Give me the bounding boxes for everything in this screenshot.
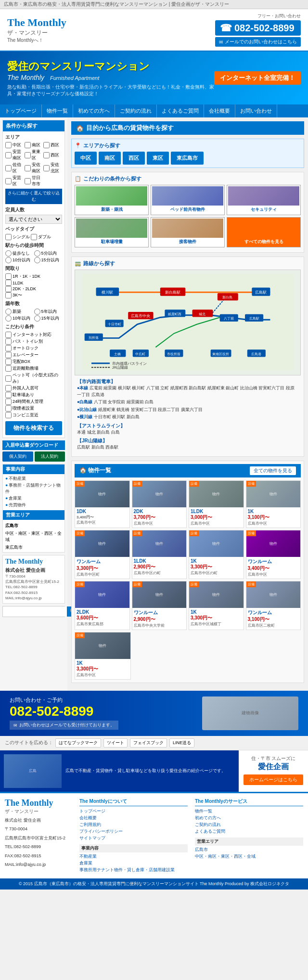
area-btn-chuo[interactable]: 中区 bbox=[75, 152, 97, 165]
footer-link-beginners[interactable]: 初めての方へ bbox=[195, 815, 303, 821]
feat-autolock[interactable]: オートロック bbox=[5, 345, 62, 351]
dl-personal-btn[interactable]: 個人契約 bbox=[2, 451, 33, 462]
share-twitter[interactable]: ツイート bbox=[103, 738, 128, 748]
prop-card-0[interactable]: 設備 物件 1DK 3,400円〜 広島市中区 bbox=[75, 480, 130, 528]
prop-card-11[interactable]: 設備 物件 ワンルーム 3,100円〜 広島市区二枚町 bbox=[246, 581, 301, 630]
feat-smoke[interactable]: 喫煙者設置 bbox=[5, 405, 62, 412]
area-cb-hatsukaichi[interactable]: 廿日市市 bbox=[25, 175, 43, 187]
feat-elevator[interactable]: エレベーター bbox=[5, 352, 62, 358]
prop-card-3[interactable]: 設備 物件 1K 3,100円〜 広島市中区 bbox=[246, 480, 301, 528]
footer-link-top[interactable]: トップページ bbox=[79, 808, 188, 814]
feat-convenience[interactable]: コンビニ至近 bbox=[5, 412, 62, 418]
prop-card-8[interactable]: 設備 物件 2LDK 3,600円〜 広島市東広島部 bbox=[75, 581, 130, 630]
all-properties-btn[interactable]: 全ての物件を見る bbox=[250, 466, 296, 475]
feat-delivery[interactable]: 宅配BOX bbox=[5, 359, 62, 365]
cond-service[interactable]: 接客物件 bbox=[151, 217, 225, 247]
cond-see-all[interactable]: すべての物件を見る bbox=[227, 217, 301, 247]
year-15[interactable]: 15年以内 bbox=[34, 315, 63, 322]
nav-contact[interactable]: お問い合わせ bbox=[235, 104, 277, 117]
feat-closework[interactable]: 近距離勤務場 bbox=[5, 365, 62, 372]
footer-link-faq[interactable]: よくあるご質問 bbox=[195, 828, 303, 835]
site-logo[interactable]: The Monthly bbox=[7, 16, 66, 29]
ninzu-select[interactable]: 選んでください bbox=[5, 215, 62, 224]
nav-faq[interactable]: よくあるご質問 bbox=[157, 104, 204, 117]
prop-card-9[interactable]: 設備 物件 ワンルーム 2,900円〜 広島市中央大学前 bbox=[132, 581, 187, 630]
area-cb-asakita[interactable]: 安佐北区 bbox=[43, 162, 62, 174]
nav-beginners[interactable]: 初めての方へ bbox=[73, 104, 115, 117]
promo-btn[interactable]: ホームページはこちら bbox=[244, 774, 303, 785]
area-btn-higashihiroshima[interactable]: 東広島市 bbox=[171, 152, 204, 165]
footer-link-sitemap[interactable]: サイトマップ bbox=[79, 835, 188, 841]
header-email[interactable]: ✉ メールでのお問い合わせはこちら bbox=[215, 37, 301, 47]
footer-link-props[interactable]: 物件一覧 bbox=[195, 808, 303, 814]
prop-info-1: 2DK 3,700円〜 広島市中区 bbox=[132, 507, 187, 528]
feat-parking[interactable]: 駐車場あり bbox=[5, 392, 62, 398]
cond-new[interactable]: 新築・築浅 bbox=[75, 185, 149, 215]
prop-card-12[interactable]: 設備 物件 1K 3,300円〜 広島市中区 bbox=[75, 632, 131, 680]
madori-2dk[interactable]: 2DK・2LDK bbox=[5, 286, 62, 292]
area-cb-minami[interactable]: 南区 bbox=[25, 142, 43, 148]
feat-internet[interactable]: インターネット対応 bbox=[5, 332, 62, 338]
madori-3k[interactable]: 3K〜 bbox=[5, 292, 62, 298]
prop-card-6[interactable]: 設備 物件 1K 3,300円〜 広島市中区の町 bbox=[189, 530, 244, 579]
bed-single[interactable]: シングル bbox=[5, 234, 30, 240]
year-new[interactable]: 新築 bbox=[5, 309, 34, 315]
footer-area-title: 営業エリア bbox=[195, 838, 303, 846]
dl-corporate-btn[interactable]: 法人契約 bbox=[35, 451, 65, 462]
cond-security[interactable]: セキュリティ bbox=[227, 185, 301, 215]
search-text-input[interactable] bbox=[3, 606, 67, 617]
area-btn-minami[interactable]: 南区 bbox=[99, 152, 121, 165]
cond-bed[interactable]: ベッド前共有物件 bbox=[151, 185, 225, 215]
prop-card-4[interactable]: 設備 物件 ワンルーム 3,300円〜 広島市中区町 bbox=[75, 530, 130, 579]
area-btn-nishi[interactable]: 西区 bbox=[123, 152, 145, 165]
feat-foreigner[interactable]: 外国人入居可 bbox=[5, 385, 62, 391]
area-cb-saeki[interactable]: 佐伯区 bbox=[5, 162, 24, 174]
area-detail-link[interactable]: さらに細かく選んで絞り込む bbox=[5, 189, 62, 204]
year-5[interactable]: 5年以内 bbox=[34, 309, 63, 315]
bed-double[interactable]: ダブル bbox=[31, 234, 51, 240]
prop-card-1[interactable]: 設備 物件 2DK 3,700円〜 広島市中区 bbox=[132, 480, 187, 528]
prop-card-5[interactable]: 設備 物件 1LDK 2,900円〜 広島市中区の町 bbox=[132, 530, 187, 579]
share-line[interactable]: LINE送る bbox=[169, 738, 194, 748]
year-10[interactable]: 10年以内 bbox=[5, 315, 34, 322]
promo-left: 広島 広島で不動産・賃貸物件・貸し駐車場などを取り扱う愛住企画の紹介ページです。 bbox=[0, 750, 239, 792]
area-cb-chuo[interactable]: 中区 bbox=[5, 142, 24, 148]
footer-link-terms[interactable]: ご利用規約 bbox=[79, 822, 188, 828]
nav-properties[interactable]: 物件一覧 bbox=[42, 104, 73, 117]
search-button[interactable]: 物件を検索する bbox=[5, 421, 62, 435]
area-cb-aki[interactable]: 安芸区 bbox=[5, 175, 24, 187]
footer-link-privacy[interactable]: プライバシーポリシー bbox=[79, 828, 188, 835]
cond-parking[interactable]: 駐車場増量 bbox=[75, 217, 149, 247]
feat-bathtoilet[interactable]: バス・トイレ別 bbox=[5, 338, 62, 345]
feat-pet[interactable]: ペット可（小型犬1匹のみ） bbox=[5, 372, 62, 385]
header-phone[interactable]: ☎ 082-502-8899 bbox=[215, 20, 301, 36]
phone-label: フリー・お問い合わせ bbox=[215, 13, 301, 19]
footer-link-company[interactable]: 会社概要 bbox=[79, 815, 188, 821]
walk-5min[interactable]: 5分以内 bbox=[34, 250, 63, 257]
prop-card-2[interactable]: 設備 物件 1LDK 3,000円〜 広島市中区 bbox=[189, 480, 244, 528]
area-btn-higashi[interactable]: 東区 bbox=[147, 152, 169, 165]
prop-card-7[interactable]: 設備 物件 ワンルーム 3,400円〜 広島市中区 bbox=[246, 530, 301, 579]
walk-none[interactable]: 徒歩なし bbox=[5, 250, 34, 257]
madori-1ldk[interactable]: 1LDK bbox=[5, 280, 62, 286]
walk-15min[interactable]: 15分以内 bbox=[34, 257, 63, 263]
prop-card-10[interactable]: 設備 物件 1K 3,300円〜 広島市中区城横丁 bbox=[189, 581, 244, 630]
route-hakushima-title: ●白島線 八丁堀 女学院前 縮景園前 白島 bbox=[77, 399, 298, 406]
nav-about[interactable]: 会社概要 bbox=[204, 104, 235, 117]
walk-10min[interactable]: 10分以内 bbox=[5, 257, 34, 263]
footer-link-contract[interactable]: ご契約の流れ bbox=[195, 822, 303, 828]
footer-business-1: 不動産業 bbox=[79, 853, 188, 860]
area-cb-higashi[interactable]: 東東区 bbox=[25, 149, 43, 161]
nav-contract[interactable]: ご契約の流れ bbox=[115, 104, 157, 117]
share-facebook[interactable]: フェイスブック bbox=[130, 738, 167, 748]
area-cb-akiminami[interactable]: 安芸南区 bbox=[5, 149, 24, 161]
madori-1r[interactable]: 1R・1K・1DK bbox=[5, 273, 62, 280]
share-hatena[interactable]: はてなブックマーク bbox=[55, 738, 101, 748]
feat-24h[interactable]: 24時間有人管理 bbox=[5, 399, 62, 405]
route-icon: 🚃 bbox=[75, 260, 81, 267]
area-cb-asaminami[interactable]: 安佐南区 bbox=[25, 162, 43, 174]
area-cb-nishi[interactable]: 西区 bbox=[43, 142, 62, 148]
area-cb-nishi2[interactable]: 西区 bbox=[43, 149, 62, 161]
nav-top[interactable]: トップページ bbox=[0, 104, 42, 117]
prop-row-4: 設備 物件 1K 3,300円〜 広島市中区 bbox=[75, 632, 301, 680]
